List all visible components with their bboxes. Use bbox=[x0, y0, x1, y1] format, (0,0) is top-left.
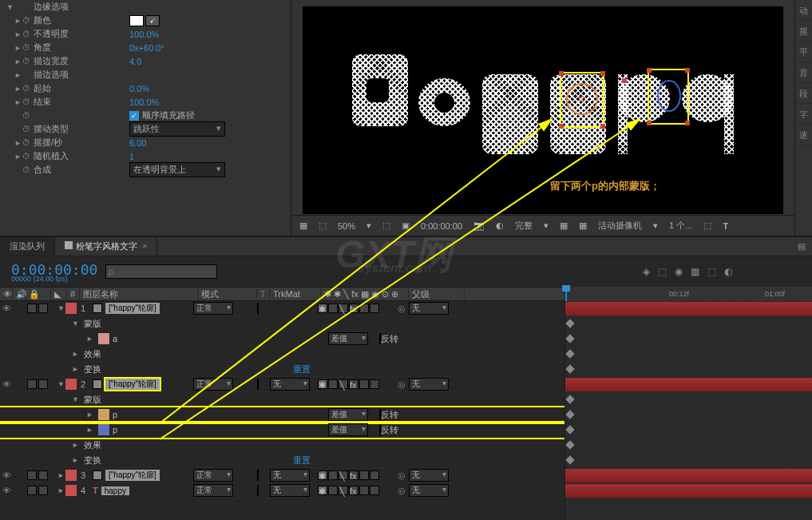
eye-column[interactable]: 👁 bbox=[0, 288, 13, 300]
keyframe[interactable] bbox=[565, 334, 574, 343]
composite-dropdown[interactable]: 在透明背景上 bbox=[129, 162, 225, 177]
av-toggle[interactable] bbox=[38, 486, 48, 495]
timeline-tracks[interactable]: 00:12f 01:00f bbox=[564, 287, 812, 520]
group-label[interactable]: 效果 bbox=[84, 348, 101, 360]
panel-tab[interactable]: 音 bbox=[795, 62, 812, 83]
exposure-icon[interactable]: ◐ bbox=[493, 219, 507, 232]
mask-color[interactable] bbox=[98, 333, 109, 344]
mask-color[interactable] bbox=[98, 409, 109, 420]
stopwatch-icon[interactable]: ⏱ bbox=[22, 84, 34, 93]
toolbar-icon[interactable]: ▦ bbox=[557, 219, 571, 232]
layer-name[interactable]: ["happy"轮廓] bbox=[105, 303, 160, 314]
visibility-toggle[interactable]: 👁 bbox=[0, 486, 13, 495]
group-label[interactable]: 效果 bbox=[84, 439, 101, 451]
tab-composition[interactable]: 粉笔字风格文字× bbox=[55, 237, 157, 256]
layer-search-input[interactable] bbox=[105, 264, 217, 279]
prop-wiggle-sec[interactable]: ►⏱摇摆/秒6.00 bbox=[0, 136, 291, 149]
prop-stroke-options[interactable]: ►描边选项 bbox=[0, 68, 291, 81]
prop-edge-options[interactable]: ▼边缘选项 bbox=[0, 0, 291, 14]
parent-dropdown[interactable]: 无 bbox=[409, 484, 449, 497]
panel-tab[interactable]: 动 bbox=[795, 0, 812, 21]
trkmat-toggle[interactable] bbox=[257, 470, 259, 481]
trkmat-dropdown[interactable]: 无 bbox=[270, 469, 310, 482]
toolbar-icon[interactable]: ◈ bbox=[643, 266, 650, 277]
stopwatch-icon[interactable]: ⏱ bbox=[22, 43, 34, 52]
preview-canvas[interactable]: 留下两个p的内部蒙版； bbox=[303, 6, 783, 214]
layer-duration-bar[interactable] bbox=[565, 378, 812, 391]
toolbar-icon[interactable]: ⬚ bbox=[658, 266, 667, 277]
stopwatch-icon[interactable]: ⏱ bbox=[22, 152, 34, 161]
prop-angle[interactable]: ►⏱角度0x+60.0° bbox=[0, 41, 291, 54]
solo-toggle[interactable] bbox=[27, 304, 37, 313]
mask-mode-dropdown[interactable]: 差值 bbox=[328, 423, 368, 436]
group-label[interactable]: 蒙版 bbox=[84, 318, 101, 330]
prop-random-seed[interactable]: ►⏱随机植入1 bbox=[0, 149, 291, 163]
keyframe[interactable] bbox=[565, 440, 574, 449]
solo-toggle[interactable] bbox=[27, 470, 37, 480]
region-icon[interactable]: ⬚ bbox=[379, 219, 394, 232]
mask-name[interactable]: p bbox=[113, 410, 240, 419]
playhead[interactable] bbox=[565, 287, 567, 301]
panel-menu-icon[interactable]: ▤ bbox=[798, 241, 806, 252]
blend-mode-dropdown[interactable]: 正常 bbox=[193, 378, 233, 391]
parent-pickwhip[interactable]: ◎ bbox=[398, 470, 409, 481]
snapshot-icon[interactable]: 📷 bbox=[470, 219, 488, 232]
panel-tab[interactable]: 迷 bbox=[795, 125, 812, 145]
solo-toggle[interactable] bbox=[27, 486, 37, 495]
mask-mode-dropdown[interactable]: 差值 bbox=[328, 332, 368, 345]
trkmat-toggle[interactable] bbox=[257, 379, 259, 390]
camera-dropdown[interactable]: 活动摄像机 bbox=[595, 218, 645, 233]
parent-dropdown[interactable]: 无 bbox=[409, 378, 449, 391]
mask-mode-dropdown[interactable]: 差值 bbox=[328, 408, 368, 421]
keyframe[interactable] bbox=[565, 410, 574, 419]
layer-duration-bar[interactable] bbox=[565, 484, 812, 498]
prop-color[interactable]: ►⏱颜色➹ bbox=[0, 14, 291, 27]
stopwatch-icon[interactable]: ⏱ bbox=[22, 16, 34, 25]
av-toggle[interactable] bbox=[38, 304, 48, 313]
parent-dropdown[interactable]: 无 bbox=[409, 469, 449, 482]
visibility-toggle[interactable]: 👁 bbox=[0, 304, 13, 313]
layer-name[interactable]: ["happy"轮廓] bbox=[105, 470, 160, 481]
stopwatch-icon[interactable]: ⏱ bbox=[22, 165, 34, 174]
time-display[interactable]: 0:00:00:00 bbox=[418, 220, 465, 232]
tab-render-queue[interactable]: 渲染队列 bbox=[0, 237, 55, 256]
visibility-toggle[interactable]: 👁 bbox=[0, 470, 13, 480]
layer-color[interactable] bbox=[65, 303, 77, 314]
keyframe[interactable] bbox=[565, 425, 574, 434]
color-swatch[interactable] bbox=[129, 15, 144, 26]
toolbar-icon[interactable]: ◉ bbox=[675, 266, 683, 277]
invert-checkbox[interactable] bbox=[379, 333, 381, 344]
trkmat-toggle[interactable] bbox=[257, 303, 259, 314]
toolbar-icon[interactable]: ▦ bbox=[691, 266, 699, 277]
stopwatch-icon[interactable]: ⏱ bbox=[22, 111, 34, 120]
stopwatch-icon[interactable]: ⏱ bbox=[22, 30, 34, 38]
layer-color[interactable] bbox=[65, 485, 77, 496]
group-label[interactable]: 变换 bbox=[84, 455, 101, 466]
prop-end[interactable]: ►⏱结束100.0% bbox=[0, 95, 291, 109]
layer-duration-bar[interactable] bbox=[565, 469, 812, 482]
layer-color[interactable] bbox=[65, 379, 77, 390]
grid-icon[interactable]: ▦ bbox=[296, 219, 311, 232]
reset-link[interactable]: 重置 bbox=[293, 455, 311, 466]
invert-checkbox[interactable] bbox=[379, 409, 381, 420]
toolbar-icon[interactable]: ▦ bbox=[576, 219, 590, 232]
audio-column[interactable]: 🔊 bbox=[13, 288, 26, 300]
stopwatch-icon[interactable]: ⏱ bbox=[22, 138, 34, 147]
screen-icon[interactable]: ⬚ bbox=[315, 219, 330, 232]
keyframe[interactable] bbox=[565, 319, 574, 327]
eyedropper-icon[interactable]: ➹ bbox=[145, 15, 160, 26]
prop-start[interactable]: ►⏱起始0.0% bbox=[0, 81, 291, 95]
av-toggle[interactable] bbox=[38, 379, 48, 389]
visibility-toggle[interactable]: 👁 bbox=[0, 379, 13, 389]
parent-pickwhip[interactable]: ◎ bbox=[398, 486, 409, 496]
mask-icon[interactable]: ▣ bbox=[398, 219, 413, 232]
blend-mode-dropdown[interactable]: 正常 bbox=[193, 469, 233, 482]
panel-tab[interactable]: 摇 bbox=[795, 21, 812, 42]
parent-pickwhip[interactable]: ◎ bbox=[398, 304, 409, 314]
prop-fill-path[interactable]: ⏱✓顺序填充路径 bbox=[0, 109, 291, 122]
parent-dropdown[interactable]: 无 bbox=[409, 302, 449, 315]
layer-color[interactable] bbox=[65, 470, 77, 481]
keyframe[interactable] bbox=[565, 395, 574, 403]
group-label[interactable]: 蒙版 bbox=[84, 394, 101, 406]
toolbar-icon[interactable]: ◐ bbox=[724, 266, 732, 277]
